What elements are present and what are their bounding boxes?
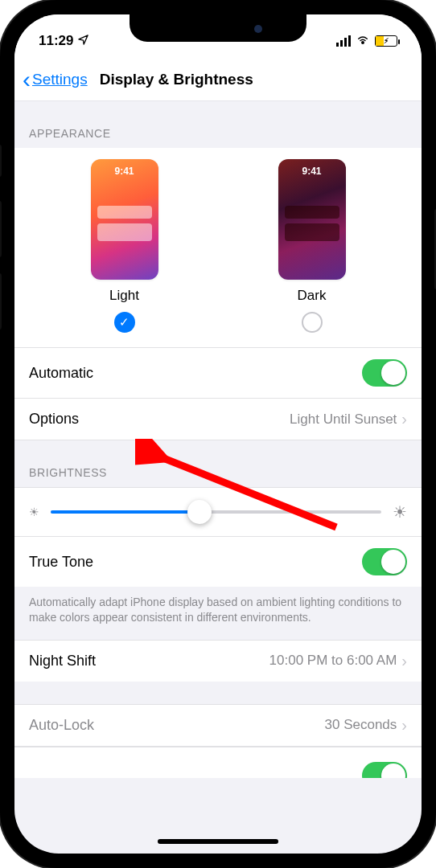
night-shift-label: Night Shift (29, 653, 96, 669)
section-header-brightness: BRIGHTNESS (14, 440, 422, 487)
section-header-appearance: APPEARANCE (14, 101, 422, 148)
partial-toggle[interactable] (362, 762, 407, 778)
chevron-right-icon: › (401, 716, 407, 735)
brightness-slider-row: ☀︎ ☀︎ (14, 487, 422, 536)
auto-lock-value: 30 Seconds (325, 717, 397, 733)
svg-point-0 (362, 42, 364, 44)
row-true-tone: True Tone (14, 536, 422, 587)
light-label: Light (109, 288, 139, 304)
brightness-low-icon: ☀︎ (29, 506, 39, 518)
dark-label: Dark (298, 288, 327, 304)
row-night-shift[interactable]: Night Shift 10:00 PM to 6:00 AM › (14, 640, 422, 682)
back-button[interactable]: ‹ Settings (23, 68, 88, 92)
battery-icon: ⚡︎ (375, 35, 397, 47)
chevron-right-icon: › (401, 410, 407, 428)
mute-switch (0, 145, 2, 177)
appearance-mode-light[interactable]: 9:41 Light ✓ (64, 159, 185, 333)
screen: 11:29 ⚡︎ ‹ Set (14, 14, 422, 854)
row-automatic: Automatic (14, 347, 422, 398)
automatic-toggle[interactable] (362, 359, 407, 387)
options-label: Options (29, 411, 79, 428)
auto-lock-label: Auto-Lock (29, 717, 94, 734)
chevron-right-icon: › (401, 652, 407, 670)
volume-up-button (0, 201, 2, 257)
wifi-icon (356, 34, 370, 48)
brightness-slider[interactable] (51, 510, 381, 514)
preview-dark: 9:41 (278, 159, 346, 280)
notch (130, 14, 306, 42)
radio-checked-icon: ✓ (114, 312, 135, 333)
row-partial-next (14, 747, 422, 778)
home-indicator[interactable] (158, 839, 278, 844)
true-tone-toggle[interactable] (362, 548, 407, 575)
preview-time-light: 9:41 (91, 166, 158, 177)
location-services-icon (77, 34, 89, 49)
night-shift-value: 10:00 PM to 6:00 AM (269, 653, 397, 669)
navigation-bar: ‹ Settings Display & Brightness (14, 58, 422, 101)
automatic-label: Automatic (29, 365, 93, 382)
page-title: Display & Brightness (100, 71, 253, 88)
row-auto-lock[interactable]: Auto-Lock 30 Seconds › (14, 704, 422, 747)
preview-time-dark: 9:41 (278, 166, 346, 177)
true-tone-footer: Automatically adapt iPhone display based… (14, 587, 422, 640)
back-label: Settings (32, 71, 88, 88)
phone-device-frame: 11:29 ⚡︎ ‹ Set (0, 0, 436, 868)
options-value: Light Until Sunset (290, 411, 397, 428)
appearance-panel: 9:41 Light ✓ 9:41 Dark (14, 148, 422, 347)
brightness-high-icon: ☀︎ (393, 502, 407, 522)
preview-light: 9:41 (91, 159, 158, 280)
true-tone-label: True Tone (29, 554, 93, 571)
status-time: 11:29 (39, 33, 73, 49)
appearance-mode-dark[interactable]: 9:41 Dark (252, 159, 372, 333)
row-options[interactable]: Options Light Until Sunset › (14, 398, 422, 440)
cellular-signal-icon (336, 35, 351, 47)
chevron-left-icon: ‹ (23, 68, 31, 92)
volume-down-button (0, 273, 2, 330)
radio-empty-icon (302, 312, 323, 333)
